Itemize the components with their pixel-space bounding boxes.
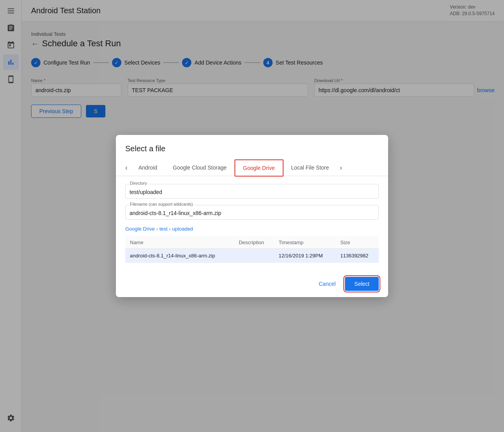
file-timestamp: 12/16/2019 1:29PM	[274, 249, 336, 263]
col-timestamp: Timestamp	[274, 236, 336, 249]
select-button[interactable]: Select	[345, 277, 379, 291]
file-size: 1136392982	[336, 249, 379, 263]
file-description	[234, 249, 274, 263]
file-breadcrumb: Google Drive › test › uploaded	[125, 226, 379, 232]
breadcrumb-chevron-1: ›	[156, 226, 158, 232]
file-table: Name Description Timestamp Size android-…	[125, 236, 379, 263]
filename-input[interactable]	[125, 205, 379, 220]
tabs-next-button[interactable]: ›	[337, 161, 345, 175]
cancel-button[interactable]: Cancel	[314, 278, 340, 290]
dialog-body: Directory Filename (can support wildcard…	[116, 176, 388, 271]
col-description: Description	[234, 236, 274, 249]
file-name: android-cts-8.1_r14-linux_x86-arm.zip	[125, 249, 234, 263]
breadcrumb-google-drive[interactable]: Google Drive	[125, 226, 155, 232]
dialog-footer: Cancel Select	[116, 271, 388, 297]
filename-label: Filename (can support wildcards)	[129, 202, 194, 206]
tab-gcs[interactable]: Google Cloud Storage	[165, 160, 234, 176]
tab-local-file-store[interactable]: Local File Store	[284, 160, 337, 176]
col-name: Name	[125, 236, 234, 249]
dialog-header: Select a file	[116, 135, 388, 159]
tab-google-drive[interactable]: Google Drive	[234, 159, 284, 177]
tab-android[interactable]: Android	[131, 160, 165, 176]
directory-input[interactable]	[125, 184, 379, 199]
tabs-prev-button[interactable]: ‹	[122, 161, 131, 175]
col-size: Size	[336, 236, 379, 249]
breadcrumb-uploaded[interactable]: uploaded	[172, 226, 193, 232]
file-select-dialog: Select a file ‹ Android Google Cloud Sto…	[116, 135, 388, 297]
directory-field: Directory	[125, 184, 379, 199]
breadcrumb-test[interactable]: test	[159, 226, 168, 232]
tabs-bar: ‹ Android Google Cloud Storage Google Dr…	[116, 159, 388, 176]
dialog-title: Select a file	[125, 144, 379, 153]
directory-label: Directory	[129, 181, 148, 185]
overlay: Select a file ‹ Android Google Cloud Sto…	[0, 0, 504, 432]
breadcrumb-chevron-2: ›	[169, 226, 171, 232]
filename-field: Filename (can support wildcards)	[125, 205, 379, 220]
table-row[interactable]: android-cts-8.1_r14-linux_x86-arm.zip 12…	[125, 249, 379, 263]
